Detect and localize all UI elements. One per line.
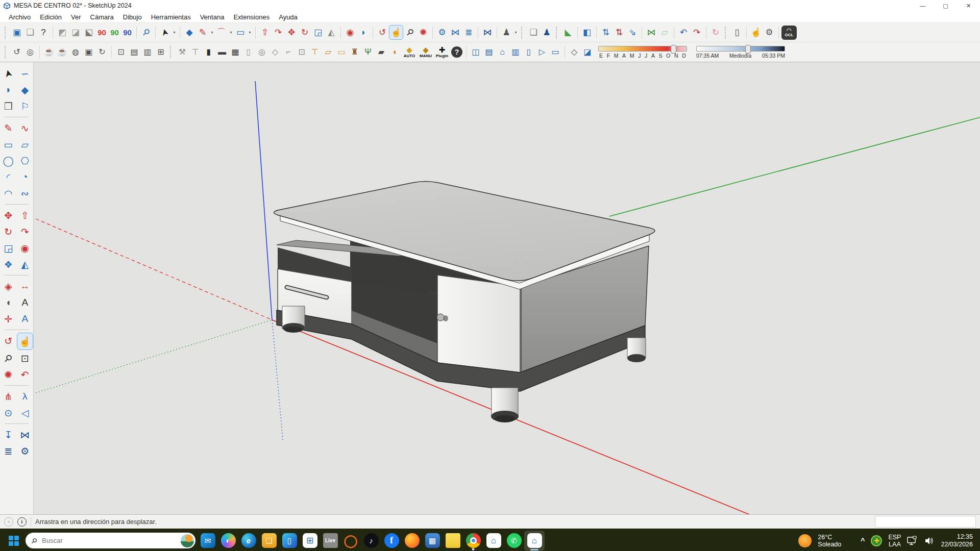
palette-layers-move-tool[interactable]: ≣ bbox=[0, 443, 17, 459]
search-input[interactable] bbox=[41, 536, 177, 545]
arrows-up-down-red-icon[interactable]: ⇅ bbox=[612, 26, 626, 39]
cutlery-icon[interactable]: ⚒ bbox=[176, 45, 189, 59]
tray-chevron-icon[interactable]: ^ bbox=[861, 537, 865, 545]
palette-flip-tool[interactable]: ⋈ bbox=[17, 427, 34, 443]
door-knob[interactable] bbox=[437, 314, 444, 321]
info-icon[interactable]: i bbox=[17, 517, 27, 527]
palette-rotated-rectangle-tool[interactable]: ▱ bbox=[17, 136, 34, 153]
start-button[interactable] bbox=[4, 531, 23, 550]
palette-scale-tool[interactable]: ◲ bbox=[0, 240, 17, 256]
taskbar-search[interactable]: ⚲ bbox=[26, 533, 195, 548]
orbit-outline-icon[interactable]: ↺ bbox=[10, 45, 23, 59]
orbit-tool-icon[interactable]: ↺ bbox=[376, 26, 389, 39]
table-leg-front-center[interactable] bbox=[491, 388, 519, 422]
flip-x-icon[interactable]: ⋈ bbox=[449, 26, 462, 39]
plugin-add-icon[interactable]: ✚Plugin bbox=[434, 46, 450, 58]
undo-icon[interactable]: ↶ bbox=[677, 26, 690, 39]
palette-push-pull-tool[interactable]: ⇧ bbox=[17, 207, 34, 223]
line-dropdown-caret[interactable]: ▾ bbox=[209, 30, 215, 35]
render-rotate-icon[interactable]: ↻ bbox=[95, 45, 109, 59]
geolocation-icon[interactable]: ⌖ bbox=[4, 517, 13, 527]
menu-ver[interactable]: Ver bbox=[66, 12, 86, 22]
palette-walk-tool[interactable]: λ bbox=[17, 388, 34, 405]
palette-get-component-tool[interactable]: ↧ bbox=[0, 427, 17, 443]
bottles-icon[interactable]: Ψ bbox=[361, 45, 375, 59]
render-window-icon[interactable]: ▤ bbox=[128, 45, 141, 59]
column-icon[interactable]: ▯ bbox=[242, 45, 255, 59]
palette-polygon-tool[interactable]: ⎔ bbox=[17, 153, 34, 169]
table-leg-right[interactable] bbox=[627, 338, 646, 362]
select-tool-icon[interactable]: ➤ bbox=[158, 26, 172, 39]
taskbar-app-store[interactable]: ⊞ bbox=[300, 531, 320, 551]
help-dark-icon[interactable]: ? bbox=[450, 45, 463, 59]
menu-ventana[interactable]: Ventana bbox=[195, 12, 229, 22]
tile-icon[interactable]: ◇ bbox=[268, 45, 282, 59]
weather-sun-icon[interactable] bbox=[798, 534, 812, 547]
search-daily-image[interactable] bbox=[181, 534, 194, 547]
shadow-date-slider[interactable]: EFMAMJJASOND bbox=[598, 46, 687, 59]
palette-intersect-tool[interactable]: ❖ bbox=[0, 256, 17, 272]
shadow-time-slider[interactable]: 07:35 AM Mediodía 05:33 PM bbox=[696, 46, 785, 59]
palette-text-tool[interactable]: A bbox=[17, 294, 34, 311]
palette-arc-tool[interactable]: ◜ bbox=[0, 169, 17, 185]
palette-paint-bucket-tool[interactable]: ◗ bbox=[0, 82, 17, 98]
viewport[interactable] bbox=[34, 62, 980, 514]
shadow-time-thumb[interactable] bbox=[745, 45, 751, 54]
cabinet-drawers-icon[interactable]: ▥ bbox=[509, 45, 522, 59]
auto-mode-icon[interactable]: ◆AUTO bbox=[401, 46, 418, 58]
outlet-icon[interactable]: ⊡ bbox=[295, 45, 308, 59]
palette-freehand-tool[interactable]: ∿ bbox=[17, 120, 34, 136]
person-icon[interactable]: ♟ bbox=[500, 26, 513, 39]
cabinet-frame-icon[interactable]: ▭ bbox=[549, 45, 562, 59]
palette-look-around-tool[interactable]: ⊙ bbox=[0, 405, 17, 421]
menu-archivo[interactable]: Archivo bbox=[4, 12, 35, 22]
wood-plank-icon[interactable]: ▭ bbox=[335, 45, 348, 59]
palette-tape-measure-tool[interactable]: ↔ bbox=[17, 278, 34, 294]
palette-eye-direction-tool[interactable]: ◁ bbox=[17, 405, 34, 421]
maximize-button-icon[interactable]: ▢ bbox=[934, 0, 957, 11]
cabinet-box-icon[interactable]: ▯ bbox=[522, 45, 535, 59]
antivirus-icon[interactable]: ✚ bbox=[871, 535, 882, 546]
taskbar-app-chrome[interactable] bbox=[463, 531, 483, 551]
menu-extensiones[interactable]: Extensiones bbox=[229, 12, 274, 22]
help-icon[interactable]: ? bbox=[37, 26, 50, 39]
manual-mode-icon[interactable]: ◆MANU bbox=[418, 46, 434, 58]
palette-axes-tool[interactable]: ✛ bbox=[0, 311, 17, 327]
zoom-extents-tool-icon[interactable]: ✺ bbox=[416, 26, 430, 39]
speaker-icon[interactable] bbox=[924, 536, 935, 545]
taskbar-app-sketchup2[interactable]: ⌂ bbox=[524, 531, 545, 551]
dark-cabinet-icon[interactable]: ▰ bbox=[375, 45, 388, 59]
menu-dibujo[interactable]: Dibujo bbox=[118, 12, 146, 22]
offset-tool-icon[interactable]: ◉ bbox=[344, 26, 357, 39]
paint-face-icon[interactable]: ◣ bbox=[561, 26, 575, 39]
taskbar-app-edge[interactable]: e bbox=[238, 531, 259, 551]
palette-circle-tool[interactable]: ◯ bbox=[0, 153, 17, 169]
palette-line-tool[interactable]: ✎ bbox=[0, 120, 17, 136]
microwave-icon[interactable]: ▬ bbox=[215, 45, 229, 59]
arc-tool-icon[interactable]: ⌒ bbox=[215, 26, 228, 39]
render-lock-icon[interactable]: ⊞ bbox=[154, 45, 167, 59]
faucet-icon[interactable]: ⌐ bbox=[282, 45, 295, 59]
redo-icon[interactable]: ↷ bbox=[690, 26, 703, 39]
palette-orbit-tool[interactable]: ↺ bbox=[0, 333, 17, 349]
minimize-button-icon[interactable]: — bbox=[911, 0, 934, 11]
grey-table-icon[interactable]: ⊤ bbox=[189, 45, 202, 59]
network-monitor-icon[interactable] bbox=[907, 536, 918, 546]
palette-position-camera-tool[interactable]: ⋔ bbox=[0, 388, 17, 405]
palette-zoom-window-tool[interactable]: ⊡ bbox=[17, 350, 34, 366]
cabinet-panel-icon[interactable]: ▷ bbox=[535, 45, 549, 59]
bowtie-green-icon[interactable]: ⋈ bbox=[645, 26, 658, 39]
look-outline-icon[interactable]: ◎ bbox=[23, 45, 37, 59]
person-dropdown-caret[interactable]: ▾ bbox=[513, 30, 519, 35]
palette-follow-me-tool[interactable]: ↷ bbox=[17, 223, 34, 240]
palette-eraser-tool[interactable]: ◆ bbox=[17, 82, 34, 98]
taskbar-app-phonelink[interactable]: ▯ bbox=[279, 531, 300, 551]
palette-previous-view-tool[interactable]: ↶ bbox=[17, 366, 34, 383]
new-document-icon[interactable]: ❏ bbox=[527, 26, 540, 39]
oven-icon[interactable]: ▮ bbox=[202, 45, 215, 59]
rotate-tool-icon[interactable]: ↻ bbox=[298, 26, 311, 39]
taskbar-app-orange[interactable]: ◯ bbox=[340, 531, 361, 551]
window-controls[interactable]: —▢✕ bbox=[911, 0, 980, 11]
wood-board-icon[interactable]: ▱ bbox=[322, 45, 335, 59]
menu-camara[interactable]: Cámara bbox=[86, 12, 118, 22]
